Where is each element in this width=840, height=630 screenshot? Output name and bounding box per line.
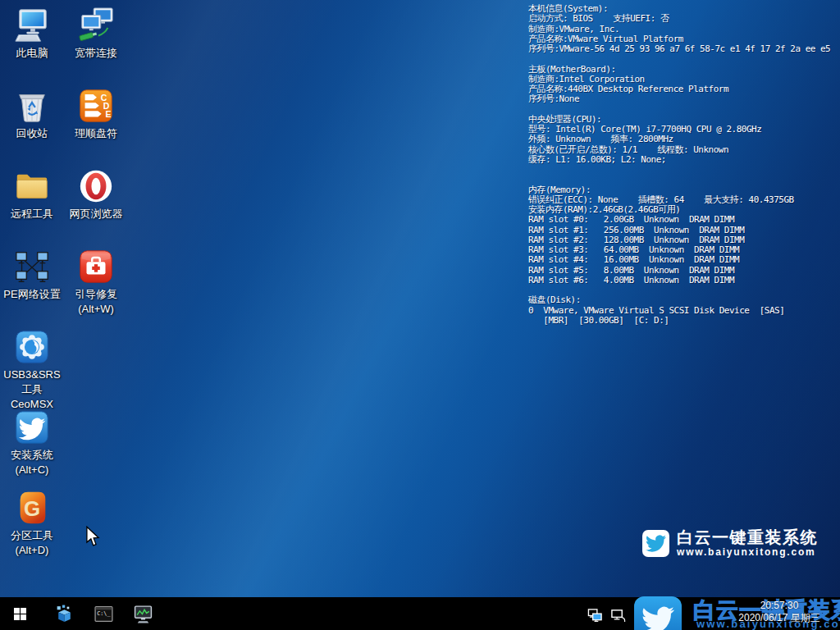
desktop-icon-label: 分区工具 (Alt+D) xyxy=(1,528,63,558)
bird-icon xyxy=(641,604,674,630)
start-button[interactable] xyxy=(0,597,39,630)
system-info-line: 序列号:None xyxy=(528,94,840,104)
tray-network-icon[interactable] xyxy=(610,608,626,623)
desktop-icon-install-system[interactable]: 安装系统 (Alt+C) xyxy=(1,409,63,477)
desktop-icon-label: 引导修复 (Alt+W) xyxy=(65,287,127,317)
desktop-icon-boot-repair[interactable]: 引导修复 (Alt+W) xyxy=(65,248,127,317)
desktop-icon-recycle-bin[interactable]: 回收站 xyxy=(1,87,63,141)
mouse-cursor xyxy=(84,526,101,550)
usb3-srs-icon xyxy=(13,328,51,366)
desktop: 此电脑宽带连接回收站理顺盘符远程工具网页浏览器PE网络设置引导修复 (Alt+W… xyxy=(0,0,840,630)
drive-letters-icon xyxy=(77,87,115,125)
system-info-line xyxy=(528,54,840,64)
brand-title: 白云一键重装系统 xyxy=(677,528,818,546)
taskbar-item-registry-editor[interactable] xyxy=(44,597,84,630)
desktop-icon-drive-letters[interactable]: 理顺盘符 xyxy=(65,87,127,141)
system-info-line xyxy=(528,105,840,115)
desktop-icon-web-browser[interactable]: 网页浏览器 xyxy=(65,167,127,221)
system-info-line: 核心数(已开启/总数): 1/1 线程数: Unknown xyxy=(528,145,840,155)
system-info-line: RAM slot #1: 256.00MB Unknown DRAM DIMM xyxy=(528,226,840,235)
partition-tool-icon xyxy=(13,489,51,527)
desktop-icon-label: 理顺盘符 xyxy=(65,126,127,141)
desktop-icon-pe-network[interactable]: PE网络设置 xyxy=(1,248,63,302)
install-system-icon xyxy=(13,409,51,446)
desktop-icon-this-pc[interactable]: 此电脑 xyxy=(1,7,63,61)
system-info-line: 序列号:VMware-56 4d 25 93 96 a7 6f 58-7c e1… xyxy=(528,44,840,54)
desktop-icon-remote-tools-folder[interactable]: 远程工具 xyxy=(1,167,63,221)
system-info-line: RAM slot #6: 4.00MB Unknown DRAM DIMM xyxy=(528,276,840,285)
recycle-bin-icon xyxy=(13,87,51,125)
this-pc-icon xyxy=(13,7,51,44)
boot-repair-icon xyxy=(77,248,115,285)
system-info-line: 0 VMware, VMware Virtual S SCSI Disk Dev… xyxy=(528,306,840,316)
pe-network-icon xyxy=(13,248,51,285)
system-info-line: 内存(Memory): xyxy=(528,185,840,195)
broadband-icon xyxy=(77,7,115,44)
clock-date: 2020/06/17 星期三 xyxy=(728,612,830,624)
system-info-line: 启动方式: BIOS 支持UEFI: 否 xyxy=(528,14,840,24)
system-info-line: RAM slot #5: 8.00MB Unknown DRAM DIMM xyxy=(528,266,840,276)
brand-watermark: 白云一键重装系统 www.baiyunxitong.com xyxy=(642,528,818,558)
desktop-icon-label: 回收站 xyxy=(1,126,63,141)
desktop-icon-broadband[interactable]: 宽带连接 xyxy=(65,7,127,61)
desktop-icon-label: PE网络设置 xyxy=(1,287,63,302)
desktop-icon-label: 宽带连接 xyxy=(65,46,127,61)
taskbar-item-command-prompt[interactable] xyxy=(84,597,123,630)
brand-badge xyxy=(642,530,669,557)
regedit-icon xyxy=(54,604,75,624)
system-info-line: [MBR] [30.00GB] [C: D:] xyxy=(528,316,840,326)
web-browser-icon xyxy=(77,167,115,205)
desktop-icon-label: 网页浏览器 xyxy=(65,207,127,221)
remote-tools-folder-icon xyxy=(13,167,51,205)
system-info-line xyxy=(528,165,840,175)
system-info-line xyxy=(528,175,840,185)
system-info-line: 磁盘(Disk): xyxy=(528,295,840,305)
taskbar-brand-badge xyxy=(634,596,682,630)
taskbar-item-hardware-monitor[interactable] xyxy=(123,597,162,630)
system-info-line: 主板(MotherBoard): xyxy=(528,65,840,75)
taskbar-clock[interactable]: 20:57:30 2020/06/17 星期三 xyxy=(728,600,830,624)
system-info-panel: 本机信息(System):启动方式: BIOS 支持UEFI: 否制造商:VMw… xyxy=(528,4,840,326)
desktop-icon-label: 安装系统 (Alt+C) xyxy=(1,448,63,477)
desktop-icon-label: USB3&SRS 工具CeoMSX xyxy=(1,368,63,412)
hwmonitor-icon xyxy=(133,604,153,624)
system-info-line: 外频: Unknown 频率: 2800MHz xyxy=(528,135,840,144)
brand-url: www.baiyunxitong.com xyxy=(677,546,818,558)
desktop-icon-usb3-srs[interactable]: USB3&SRS 工具CeoMSX xyxy=(1,328,63,412)
tray-display-icon[interactable] xyxy=(587,608,603,623)
desktop-icon-label: 此电脑 xyxy=(1,46,63,61)
system-info-line: RAM slot #0: 2.00GB Unknown DRAM DIMM xyxy=(528,215,840,225)
system-info-line: 制造商:VMware, Inc. xyxy=(528,25,840,34)
clock-time: 20:57:30 xyxy=(728,600,830,612)
win-logo-icon xyxy=(12,606,28,622)
cmd-icon xyxy=(94,604,114,624)
system-info-line: RAM slot #4: 16.00MB Unknown DRAM DIMM xyxy=(528,255,840,265)
desktop-icon-partition-tool[interactable]: 分区工具 (Alt+D) xyxy=(1,489,63,558)
bird-icon xyxy=(646,533,666,554)
desktop-icon-label: 远程工具 xyxy=(1,207,63,221)
system-info-line: 缓存: L1: 16.00KB; L2: None; xyxy=(528,155,840,165)
